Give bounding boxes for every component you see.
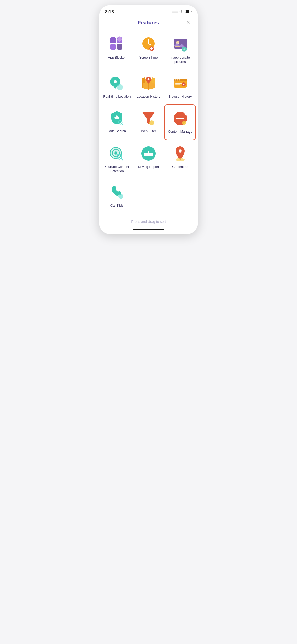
svg-marker-21 [142, 77, 145, 84]
svg-point-50 [145, 156, 147, 158]
svg-rect-7 [117, 44, 122, 50]
realtime-location-icon [108, 74, 126, 92]
svg-line-47 [121, 158, 123, 160]
svg-marker-22 [152, 77, 155, 84]
feature-safe-search[interactable]: Safe Search [101, 104, 133, 140]
svg-point-45 [114, 151, 117, 155]
feature-web-filter[interactable]: Web Filter [133, 104, 164, 140]
youtube-content-icon [108, 145, 126, 162]
svg-point-28 [179, 79, 180, 80]
svg-rect-1 [186, 10, 189, 13]
svg-point-54 [179, 149, 182, 153]
svg-rect-29 [175, 83, 183, 84]
wifi-icon [179, 10, 184, 14]
driving-report-icon [140, 145, 157, 162]
svg-rect-49 [144, 153, 153, 156]
status-bar: 8:18 [99, 5, 198, 17]
screen-time-icon [140, 35, 157, 53]
inappropriate-pictures-label: Inappropriate pictures [166, 55, 194, 64]
bottom-hint: Press and drag to sort [99, 214, 198, 227]
feature-inappropriate-pictures[interactable]: Inappropriate pictures [164, 31, 196, 70]
screen-time-label: Screen Time [139, 55, 158, 60]
features-grid: App Blocker Screen Time [99, 27, 198, 214]
svg-line-36 [122, 124, 123, 125]
browser-history-icon [171, 74, 189, 92]
youtube-content-label: Youtube Content Detection [103, 165, 131, 174]
close-button[interactable] [185, 18, 192, 26]
svg-rect-4 [110, 37, 116, 43]
page-header: Features [99, 17, 198, 27]
app-blocker-icon [108, 35, 126, 53]
browser-history-label: Browser History [169, 94, 192, 99]
geofences-label: Geofences [172, 165, 188, 169]
phone-container: 8:18 Feat [99, 5, 198, 234]
app-blocker-label: App Blocker [108, 55, 126, 60]
svg-rect-52 [146, 151, 148, 153]
svg-point-55 [176, 158, 185, 161]
geofences-icon [171, 145, 189, 162]
content-manage-label: Content Manage [168, 130, 192, 134]
signal-dots-icon [172, 11, 178, 13]
feature-app-blocker[interactable]: App Blocker [101, 31, 133, 70]
svg-point-19 [117, 84, 123, 90]
svg-rect-34 [114, 117, 119, 119]
svg-rect-5 [110, 44, 116, 50]
feature-location-history[interactable]: Location History [133, 70, 164, 104]
svg-rect-40 [176, 118, 184, 119]
svg-point-27 [177, 79, 178, 80]
location-history-icon [140, 74, 157, 92]
svg-point-51 [150, 156, 152, 158]
svg-point-26 [175, 79, 176, 80]
driving-report-label: Driving Report [138, 165, 159, 169]
feature-call-kids[interactable]: Call Kids [101, 179, 133, 214]
feature-geofences[interactable]: Geofences [164, 140, 196, 179]
location-history-label: Location History [137, 94, 160, 99]
call-kids-icon [108, 183, 126, 201]
status-icons [172, 10, 192, 14]
feature-realtime-location[interactable]: Real-time Location [101, 70, 133, 104]
inappropriate-pictures-icon [171, 35, 189, 53]
feature-screen-time[interactable]: Screen Time [133, 31, 164, 70]
svg-point-41 [182, 121, 186, 125]
home-bar [133, 229, 164, 230]
realtime-location-label: Real-time Location [103, 94, 131, 99]
status-time: 8:18 [105, 9, 114, 14]
svg-point-16 [176, 41, 179, 43]
battery-icon [185, 10, 192, 14]
svg-point-38 [149, 120, 154, 125]
svg-rect-30 [175, 84, 180, 85]
svg-point-18 [114, 80, 117, 83]
web-filter-icon [140, 109, 157, 127]
safe-search-label: Safe Search [108, 129, 126, 134]
feature-content-manage[interactable]: Content Manage [164, 104, 196, 140]
feature-youtube-content[interactable]: Youtube Content Detection [101, 140, 133, 179]
svg-point-23 [147, 78, 149, 80]
feature-browser-history[interactable]: Browser History [164, 70, 196, 104]
content-manage-icon [171, 109, 189, 127]
home-indicator [99, 227, 198, 234]
safe-search-icon [108, 109, 126, 127]
svg-rect-53 [149, 151, 151, 153]
page-title: Features [138, 20, 159, 25]
svg-point-56 [118, 194, 123, 199]
feature-driving-report[interactable]: Driving Report [133, 140, 164, 179]
call-kids-label: Call Kids [110, 204, 123, 208]
web-filter-label: Web Filter [141, 129, 156, 134]
